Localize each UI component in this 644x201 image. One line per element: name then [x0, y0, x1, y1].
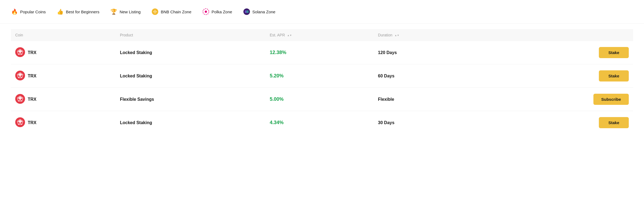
- action-cell: Stake: [479, 41, 633, 64]
- apr-cell: 4.34%: [265, 111, 374, 134]
- col-header-est-apr[interactable]: Est. APR ▲▼: [265, 29, 374, 41]
- coin-logo: [15, 47, 25, 58]
- subscribe-button[interactable]: Subscribe: [593, 94, 629, 105]
- svg-point-7: [205, 11, 207, 13]
- sort-icon-apr: ▲▼: [287, 34, 292, 37]
- nav-item-new-listing[interactable]: 🏆 New Listing: [110, 8, 141, 15]
- sort-icon-duration: ▲▼: [395, 34, 400, 37]
- col-header-action: [479, 29, 633, 41]
- coin-logo: [15, 71, 25, 81]
- duration-cell: Flexible: [374, 88, 479, 111]
- stake-button[interactable]: Stake: [599, 117, 629, 128]
- staking-table: Coin Product Est. APR ▲▼ Duration ▲▼: [11, 29, 633, 134]
- product-cell: Flexible Savings: [116, 88, 265, 111]
- table-header-row: Coin Product Est. APR ▲▼ Duration ▲▼: [11, 29, 633, 41]
- nav-item-popular-coins[interactable]: 🔥 Popular Coins: [11, 8, 46, 15]
- duration-cell: 120 Days: [374, 41, 479, 64]
- nav-item-polka-zone[interactable]: Polka Zone: [202, 8, 232, 15]
- coin-cell: TRX: [11, 41, 116, 64]
- best-for-beginners-icon: 👍: [57, 8, 64, 15]
- coin-logo: [15, 94, 25, 105]
- action-cell: Stake: [479, 64, 633, 88]
- col-header-coin: Coin: [11, 29, 116, 41]
- nav-item-solana-zone[interactable]: Solana Zone: [243, 8, 275, 15]
- coin-name: TRX: [28, 120, 36, 125]
- table-row: TRX Flexible Savings 5.00% Flexible Subs…: [11, 88, 633, 111]
- nav-item-best-for-beginners[interactable]: 👍 Best for Beginners: [57, 8, 99, 15]
- apr-cell: 5.20%: [265, 64, 374, 88]
- coin-name: TRX: [28, 97, 36, 102]
- product-cell: Locked Staking: [116, 111, 265, 134]
- coin-cell: TRX: [11, 88, 116, 111]
- coin-name: TRX: [28, 74, 36, 78]
- coin-cell: TRX: [11, 111, 116, 134]
- apr-cell: 5.00%: [265, 88, 374, 111]
- nav-item-label: Popular Coins: [20, 10, 46, 14]
- col-header-product: Product: [116, 29, 265, 41]
- coin-cell: TRX: [11, 64, 116, 88]
- duration-cell: 60 Days: [374, 64, 479, 88]
- product-cell: Locked Staking: [116, 64, 265, 88]
- svg-rect-11: [245, 12, 249, 13]
- nav-item-label: Solana Zone: [252, 10, 275, 14]
- staking-table-container: Coin Product Est. APR ▲▼ Duration ▲▼: [0, 24, 644, 145]
- coin-name: TRX: [28, 50, 36, 55]
- stake-button[interactable]: Stake: [599, 47, 629, 58]
- duration-cell: 30 Days: [374, 111, 479, 134]
- nav-item-label: BNB Chain Zone: [161, 10, 191, 14]
- coin-logo: [15, 117, 25, 128]
- polka-zone-icon: [202, 8, 209, 15]
- action-cell: Stake: [479, 111, 633, 134]
- nav-item-label: Polka Zone: [212, 10, 232, 14]
- nav-item-label: New Listing: [120, 10, 141, 14]
- action-cell: Subscribe: [479, 88, 633, 111]
- svg-rect-10: [245, 11, 249, 12]
- popular-coins-icon: 🔥: [11, 8, 18, 15]
- top-nav: 🔥 Popular Coins 👍 Best for Beginners 🏆 N…: [0, 0, 644, 24]
- svg-rect-9: [245, 11, 249, 11]
- nav-item-bnb-chain-zone[interactable]: BNB Chain Zone: [151, 8, 191, 15]
- table-row: TRX Locked Staking 5.20% 60 Days Stake: [11, 64, 633, 88]
- table-row: TRX Locked Staking 4.34% 30 Days Stake: [11, 111, 633, 134]
- nav-item-label: Best for Beginners: [66, 10, 99, 14]
- product-cell: Locked Staking: [116, 41, 265, 64]
- table-row: TRX Locked Staking 12.38% 120 Days Stake: [11, 41, 633, 64]
- solana-zone-icon: [243, 8, 250, 15]
- bnb-chain-icon: [151, 8, 159, 15]
- stake-button[interactable]: Stake: [599, 70, 629, 81]
- col-header-duration[interactable]: Duration ▲▼: [374, 29, 479, 41]
- new-listing-icon: 🏆: [110, 8, 117, 15]
- apr-cell: 12.38%: [265, 41, 374, 64]
